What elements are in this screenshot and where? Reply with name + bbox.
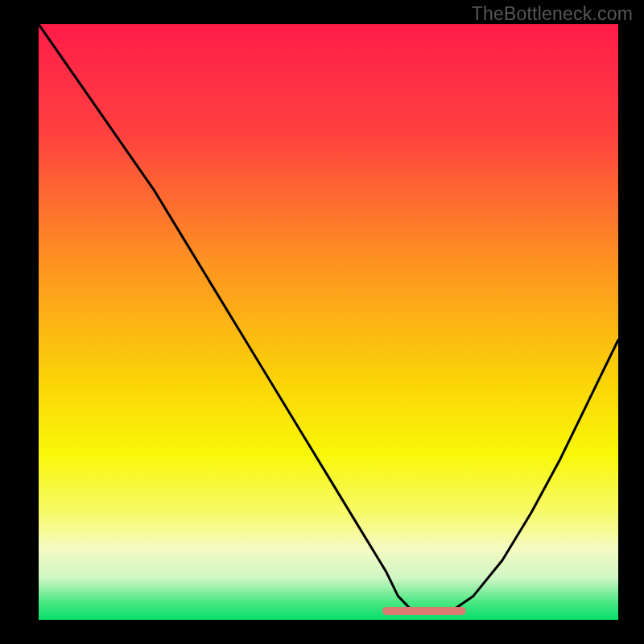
watermark-text: TheBottleneck.com	[472, 3, 633, 25]
chart-frame: TheBottleneck.com	[0, 0, 644, 644]
plot-background	[39, 24, 618, 620]
bottleneck-chart	[0, 0, 644, 644]
